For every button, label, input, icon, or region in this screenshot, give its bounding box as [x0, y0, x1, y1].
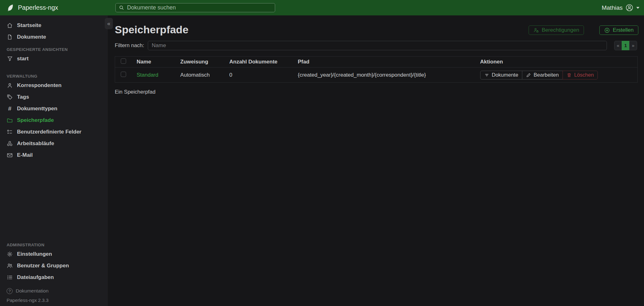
sidebar-item-label: Startseite — [17, 22, 41, 29]
task-list-icon — [7, 274, 13, 281]
people-icon — [7, 263, 13, 269]
pagination: « 1 » — [614, 41, 637, 50]
create-button-label: Erstellen — [613, 27, 634, 33]
row-path: {created_year}/{created_month}/{correspo… — [293, 68, 476, 83]
row-documents-button[interactable]: Dokumente — [480, 71, 522, 79]
global-search — [115, 3, 275, 12]
sidebar-item-arbeitsablaeufe[interactable]: Arbeitsabläufe — [0, 138, 107, 149]
storage-path-name-link[interactable]: Standard — [136, 72, 158, 78]
sidebar-item-dokumente[interactable]: Dokumente — [0, 31, 107, 43]
funnel-icon — [7, 56, 13, 62]
sidebar-item-label: Dokumenttypen — [17, 106, 57, 112]
envelope-icon — [7, 152, 13, 158]
row-documents-label: Dokumente — [492, 72, 518, 78]
app-logo[interactable]: Paperless-ngx — [6, 0, 58, 15]
sidebar-item-startseite[interactable]: Startseite — [0, 19, 107, 31]
filter-name-input[interactable] — [148, 41, 607, 50]
sidebar-collapse-button[interactable]: « — [105, 18, 113, 29]
sidebar-item-korrespondenten[interactable]: Korrespondenten — [0, 79, 107, 91]
column-header-zuweisung: Zuweisung — [176, 57, 225, 68]
search-input[interactable] — [127, 4, 272, 11]
app-title: Paperless-ngx — [18, 4, 58, 11]
row-document-count: 0 — [225, 68, 293, 83]
sidebar-item-label: Dokumente — [17, 34, 46, 40]
documentation-label: Dokumentation — [16, 288, 48, 294]
sidebar-item-email[interactable]: E-Mail — [0, 149, 107, 161]
section-administration: ADMINISTRATION — [0, 242, 107, 248]
search-icon — [119, 5, 125, 11]
sidebar-item-label: Benutzer & Gruppen — [17, 263, 69, 269]
sidebar-item-speicherpfade[interactable]: Speicherpfade — [0, 114, 107, 126]
column-header-name: Name — [132, 57, 176, 68]
sidebar-item-label: E-Mail — [17, 152, 33, 158]
sidebar-item-label: Speicherpfade — [17, 117, 54, 123]
row-edit-button[interactable]: Bearbeiten — [522, 71, 563, 79]
leaf-logo-icon — [6, 4, 14, 12]
workflows-icon — [7, 140, 13, 147]
pagination-next-button[interactable]: » — [629, 41, 637, 50]
home-icon — [7, 22, 13, 29]
filter-lines-icon — [484, 73, 489, 78]
permissions-button-label: Berechtigungen — [542, 27, 579, 33]
document-icon — [7, 34, 13, 40]
sidebar-item-dateiaufgaben[interactable]: Dateiaufgaben — [0, 271, 107, 283]
sidebar-item-tags[interactable]: Tags — [0, 91, 107, 103]
avatar-icon — [625, 4, 633, 12]
row-delete-button[interactable]: Löschen — [563, 71, 598, 79]
filter-label: Filtern nach: — [115, 42, 144, 49]
sidebar-item-benutzer-gruppen[interactable]: Benutzer & Gruppen — [0, 260, 107, 271]
pagination-current-page[interactable]: 1 — [622, 41, 630, 50]
storage-paths-table: Name Zuweisung Anzahl Dokumente Pfad Akt… — [115, 56, 638, 83]
main-content: Speicherpfade Berechtigungen Erstellen — [108, 15, 644, 306]
column-header-aktionen: Aktionen — [476, 57, 638, 68]
page-title: Speicherpfade — [115, 24, 188, 36]
folder-icon — [7, 117, 13, 123]
custom-fields-icon — [7, 129, 13, 135]
app-version: Paperless-ngx 2.3.3 — [0, 298, 107, 303]
plus-circle-icon — [604, 27, 610, 33]
sidebar-item-label: Arbeitsabläufe — [17, 140, 54, 147]
documentation-link[interactable]: ? Dokumentation — [0, 286, 107, 296]
sidebar-item-einstellungen[interactable]: Einstellungen — [0, 248, 107, 260]
sidebar-item-saved-view-start[interactable]: start — [0, 53, 107, 64]
pencil-icon — [526, 73, 531, 78]
gear-icon — [7, 251, 13, 257]
result-count-label: Ein Speicherpfad — [115, 89, 155, 95]
filter-row: Filtern nach: « 1 » — [115, 41, 637, 50]
sidebar-item-label: Benutzerdefinierte Felder — [17, 129, 81, 135]
permissions-button[interactable]: Berechtigungen — [529, 25, 584, 35]
sidebar-item-benutzerdefinierte-felder[interactable]: Benutzerdefinierte Felder — [0, 126, 107, 138]
trash-icon — [567, 73, 572, 78]
sidebar-item-label: Tags — [17, 94, 29, 100]
table-header-row: Name Zuweisung Anzahl Dokumente Pfad Akt… — [115, 57, 638, 68]
section-saved-views: GESPEICHERTE ANSICHTEN — [0, 46, 107, 53]
question-circle-icon: ? — [7, 288, 13, 294]
row-checkbox[interactable] — [121, 72, 126, 77]
table-row: Standard Automatisch 0 {created_year}/{c… — [115, 68, 638, 83]
sidebar-item-label: start — [17, 56, 29, 62]
sidebar-item-dokumenttypen[interactable]: # Dokumenttypen — [0, 103, 107, 114]
person-icon — [7, 82, 13, 89]
user-name: Mathias — [602, 4, 623, 11]
row-edit-label: Bearbeiten — [534, 72, 559, 78]
user-menu[interactable]: Mathias — [602, 0, 640, 15]
sidebar-item-label: Dateiaufgaben — [17, 274, 54, 281]
hash-icon: # — [7, 106, 13, 112]
row-assignment: Automatisch — [176, 68, 225, 83]
caret-down-icon — [636, 7, 640, 9]
section-management: VERWALTUNG — [0, 73, 107, 79]
sidebar-item-label: Korrespondenten — [17, 82, 62, 89]
column-header-pfad: Pfad — [293, 57, 476, 68]
sidebar-item-label: Einstellungen — [17, 251, 52, 257]
sidebar: Startseite Dokumente GESPEICHERTE ANSICH… — [0, 15, 108, 306]
row-delete-label: Löschen — [574, 72, 594, 78]
create-button[interactable]: Erstellen — [599, 25, 638, 35]
tag-icon — [7, 94, 13, 100]
top-navbar: Paperless-ngx Mathias — [0, 0, 644, 15]
column-header-anzahl: Anzahl Dokumente — [225, 57, 293, 68]
row-actions: Dokumente Bearbeiten — [480, 71, 598, 79]
pagination-prev-button[interactable]: « — [614, 41, 622, 50]
person-lock-icon — [533, 27, 539, 33]
select-all-checkbox[interactable] — [121, 58, 126, 64]
